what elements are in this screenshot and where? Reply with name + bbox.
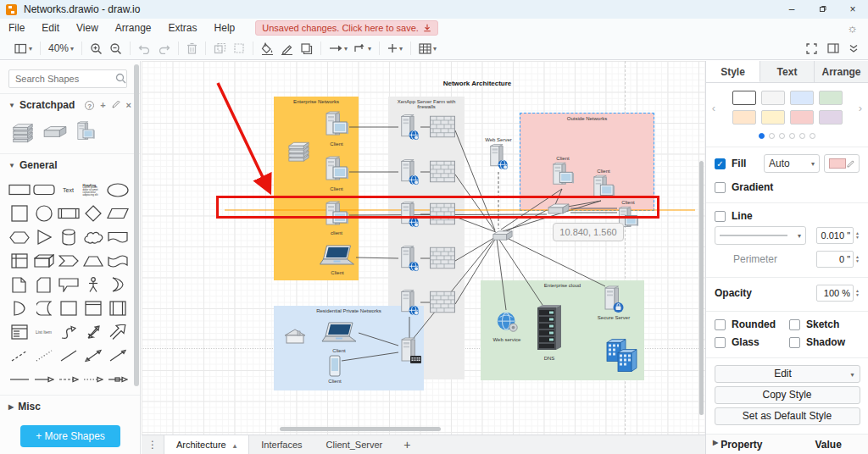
collapse-toolbar-button[interactable] (849, 44, 858, 53)
shape-actor[interactable] (81, 274, 105, 295)
menu-file[interactable]: File (0, 19, 33, 37)
style-preset[interactable] (732, 110, 756, 125)
fill-mode-select[interactable]: Auto ▾ (764, 154, 820, 173)
style-preset[interactable] (819, 110, 843, 125)
undo-button[interactable] (138, 43, 151, 54)
node-central-hub[interactable] (492, 230, 514, 241)
sketch-checkbox[interactable] (789, 319, 800, 330)
maximize-button[interactable] (807, 0, 837, 19)
theme-toggle-icon[interactable]: ☼ (847, 21, 858, 35)
opacity-input[interactable] (816, 285, 854, 302)
shape-curve[interactable] (56, 322, 81, 342)
shape-link[interactable] (105, 369, 130, 390)
format-panel-toggle-button[interactable] (827, 43, 839, 53)
shape-step[interactable] (56, 251, 81, 271)
paste-button[interactable] (233, 42, 245, 54)
node-phone-client[interactable] (329, 355, 341, 377)
shape-or[interactable] (105, 274, 130, 295)
misc-section-header[interactable]: ▶ Misc (0, 395, 140, 418)
shape-dotted-line[interactable] (31, 346, 56, 366)
zoom-in-button[interactable] (90, 42, 103, 55)
shape-card[interactable] (31, 274, 56, 295)
scratchpad-hub-shape[interactable] (42, 125, 68, 139)
minimize-button[interactable]: – (776, 0, 807, 19)
swatch-prev-icon[interactable]: ‹ (708, 102, 720, 114)
add-page-button[interactable]: + (394, 435, 420, 454)
shape-list-item[interactable]: List Item (31, 322, 56, 342)
pagination-dot[interactable] (779, 133, 785, 139)
shape-rounded-rectangle[interactable] (31, 180, 56, 200)
copy-style-button[interactable]: Copy Style (715, 386, 860, 404)
opacity-spinner[interactable]: ▲▼ (816, 285, 860, 302)
pagination-dot[interactable] (769, 133, 775, 139)
shape-parallelogram[interactable] (105, 203, 130, 224)
spin-down-icon[interactable]: ▼ (855, 235, 860, 240)
shape-circle[interactable] (31, 203, 56, 224)
shape-internal-storage[interactable] (7, 251, 31, 271)
shape-rectangle[interactable] (7, 180, 31, 200)
close-button[interactable]: × (837, 0, 868, 19)
shape-list[interactable] (7, 322, 31, 342)
shape-data-storage[interactable] (31, 298, 56, 318)
node-xenapp-server[interactable] (398, 289, 420, 317)
scratchpad-edit-icon[interactable] (112, 100, 120, 110)
shape-container[interactable] (56, 298, 81, 318)
pagination-dot[interactable] (759, 133, 765, 139)
shape-square[interactable] (7, 203, 31, 224)
tab-style[interactable]: Style (706, 61, 760, 82)
style-preset[interactable] (790, 110, 814, 125)
shape-tape[interactable] (105, 251, 130, 271)
node-dns-rack[interactable] (532, 304, 566, 353)
shape-document[interactable] (105, 227, 130, 247)
fill-color-swatch[interactable] (824, 154, 860, 173)
shadow-button[interactable] (300, 42, 313, 54)
unsaved-changes-banner[interactable]: Unsaved changes. Click here to save. (255, 20, 438, 36)
set-default-style-button[interactable]: Set as Default Style (715, 407, 860, 425)
shape-diamond[interactable] (81, 203, 105, 224)
shape-dotted-link[interactable] (81, 369, 105, 390)
glass-checkbox[interactable] (715, 337, 726, 348)
shape-dashed-line[interactable] (7, 346, 31, 366)
node-keyboard-server[interactable] (398, 337, 424, 367)
spin-down-icon[interactable]: ▼ (855, 293, 860, 297)
scratchpad-client-shape[interactable] (75, 121, 97, 143)
shape-link-arrow[interactable] (31, 369, 56, 390)
menu-view[interactable]: View (68, 19, 107, 37)
node-buildings[interactable] (604, 335, 640, 374)
pagination-dot[interactable] (799, 133, 805, 139)
scratchpad-help-icon[interactable]: ? (85, 101, 94, 110)
scratchpad-stack-shape[interactable] (10, 119, 36, 145)
fullscreen-button[interactable] (806, 43, 817, 54)
shape-triangle[interactable] (31, 227, 56, 247)
style-preset[interactable] (761, 91, 785, 105)
menu-arrange[interactable]: Arrange (107, 19, 160, 37)
node-xenapp-server[interactable] (398, 114, 420, 141)
shape-bidirectional-arrow[interactable] (81, 322, 105, 342)
shape-process[interactable] (56, 203, 81, 224)
gradient-checkbox[interactable] (715, 182, 726, 193)
node-storage-stack[interactable] (286, 138, 312, 163)
node-web-service[interactable] (496, 310, 520, 335)
shape-thick-line[interactable] (7, 369, 31, 390)
perimeter-spinner[interactable]: ▲▼ (816, 251, 860, 268)
zoom-level-dropdown[interactable]: 40%▾ (48, 42, 74, 54)
node-xenapp-server[interactable] (398, 245, 420, 273)
shape-arrow[interactable] (105, 322, 130, 342)
pagination-dot[interactable] (810, 133, 815, 139)
fill-color-button[interactable] (261, 42, 274, 55)
shape-text[interactable]: Text (56, 180, 81, 200)
scratchpad-add-icon[interactable]: + (100, 100, 105, 110)
node-web-server[interactable] (487, 143, 509, 171)
shape-textbox[interactable]: HeadingLorem ipsum dolor sit amet consec… (81, 180, 105, 200)
insert-button[interactable]: ▾ (387, 43, 403, 53)
shape-cube[interactable] (31, 251, 56, 271)
general-section-header[interactable]: ▼ General (0, 153, 140, 176)
view-panels-button[interactable]: ▾ (14, 43, 32, 54)
shape-and[interactable] (7, 298, 31, 318)
style-preset[interactable] (819, 91, 843, 105)
menu-help[interactable]: Help (206, 19, 244, 37)
redo-button[interactable] (158, 43, 170, 54)
node-client[interactable] (324, 111, 349, 140)
node-client[interactable] (324, 156, 349, 185)
tab-text[interactable]: Text (760, 61, 815, 82)
